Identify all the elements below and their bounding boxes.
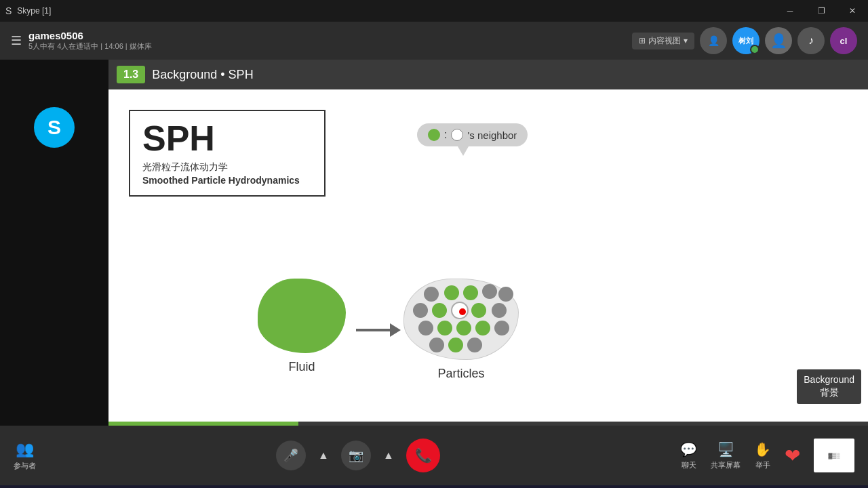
main-area: S 1.3 Background • SPH SPH 光滑粒子流体动力学 Smo… — [0, 60, 868, 426]
slide-header: 1.3 Background • SPH — [108, 60, 868, 89]
view-arrow: ▾ — [684, 36, 688, 45]
particles-cloud — [403, 279, 519, 360]
fluid-section: Fluid — [258, 279, 346, 374]
meeting-meta: 5人中有 4人在通话中 | 14:06 | 媒体库 — [28, 41, 152, 52]
sph-title: SPH — [142, 121, 312, 156]
slide-title: Background • SPH — [152, 68, 253, 82]
hamburger-icon[interactable]: ☰ — [11, 33, 22, 48]
participants-button[interactable]: 👥 参与者 — [14, 441, 36, 471]
more-button[interactable]: ❤ — [785, 445, 800, 467]
avatar-cl[interactable]: cl — [830, 27, 857, 54]
title-bar: S Skype [1] ─ ❐ ✕ — [0, 0, 868, 22]
share-screen-icon: 🖥️ — [717, 441, 734, 458]
particle-16 — [494, 321, 509, 336]
sph-english: Smoothed Particle Hydrodynamics — [142, 175, 312, 186]
bubble-white-dot — [451, 129, 463, 141]
close-button[interactable]: ✕ — [837, 0, 868, 22]
video-button[interactable]: 📷 — [341, 441, 371, 470]
particle-4 — [482, 284, 497, 299]
chat-button[interactable]: 💬 聊天 — [680, 441, 697, 470]
particles-label: Particles — [437, 367, 484, 381]
minimize-button[interactable]: ─ — [774, 0, 806, 22]
toolbar-center: 🎤 ▲ 📷 ▲ 📞 — [276, 439, 440, 472]
avatar-person-icon[interactable]: 👤 — [700, 27, 727, 54]
end-call-button[interactable]: 📞 — [406, 439, 440, 472]
fluid-blob — [258, 279, 346, 353]
share-screen-label: 共享屏幕 — [711, 460, 741, 470]
particles-section: Particles — [403, 279, 519, 381]
mute-button[interactable]: 🎤 — [276, 441, 306, 470]
taskbar-right: 英 ∧ ♪ 📶 🔋 14:06 2024/1/1 20 — [787, 485, 865, 488]
taskbar: ⊞ 🔍 🌐 📁 ▶ 🌍 ⏰ 英 ∧ ♪ 📶 🔋 14:06 2024/1/1 2… — [0, 485, 868, 488]
header-bar: ☰ games0506 5人中有 4人在通话中 | 14:06 | 媒体库 ⊞ … — [0, 22, 868, 60]
skype-logo: S — [34, 107, 75, 148]
particle-19 — [467, 338, 482, 352]
particle-11 — [492, 303, 507, 318]
bubble-text: 's neighbor — [467, 129, 517, 141]
arrow-shaft — [356, 329, 390, 331]
particle-7 — [432, 303, 447, 318]
participants-label: 参与者 — [14, 461, 36, 471]
slide-number: 1.3 — [117, 66, 145, 83]
restore-button[interactable]: ❐ — [806, 0, 837, 22]
qr-code: ▓▒░ — [814, 439, 854, 472]
avatar-photo1[interactable]: 👤 — [765, 27, 792, 54]
bottom-toolbar: 👥 参与者 🎤 ▲ 📷 ▲ 📞 💬 聊天 🖥️ 共享屏幕 ✋ 举手 ❤ ▓▒░ — [0, 426, 868, 485]
right-label: Background 背景 — [797, 369, 861, 404]
avatar-cl-label: cl — [840, 36, 848, 46]
video-arrow-button[interactable]: ▲ — [379, 446, 398, 465]
toolbar-right: 💬 聊天 🖥️ 共享屏幕 ✋ 举手 ❤ ▓▒░ — [680, 439, 854, 472]
particle-5 — [498, 287, 513, 302]
meeting-info: games0506 5人中有 4人在通话中 | 14:06 | 媒体库 — [28, 30, 152, 52]
particle-14 — [456, 321, 471, 336]
participants-icon: 👥 — [16, 441, 34, 458]
mic-arrow-button[interactable]: ▲ — [314, 446, 333, 465]
header-left: ☰ games0506 5人中有 4人在通话中 | 14:06 | 媒体库 — [11, 30, 152, 52]
particles-inner — [403, 279, 519, 360]
title-bar-title: Skype [1] — [17, 6, 51, 16]
bubble-colon: : — [444, 129, 447, 141]
right-label-english: Background — [804, 373, 854, 387]
particle-12 — [418, 321, 433, 336]
bubble-green-dot — [428, 129, 440, 141]
slide-progress-bar — [108, 422, 868, 426]
share-screen-button[interactable]: 🖥️ 共享屏幕 — [711, 441, 741, 470]
arrow-section — [356, 323, 401, 337]
fluid-label: Fluid — [288, 360, 315, 374]
sph-box: SPH 光滑粒子流体动力学 Smoothed Particle Hydrodyn… — [129, 110, 326, 197]
online-badge — [750, 45, 760, 54]
particle-1 — [424, 287, 439, 302]
particle-10 — [471, 303, 486, 318]
sph-chinese: 光滑粒子流体动力学 — [142, 161, 312, 174]
meeting-title: games0506 — [28, 30, 152, 41]
view-button[interactable]: ⊞ 内容视图 ▾ — [632, 33, 694, 49]
header-right: ⊞ 内容视图 ▾ 👤 树刘 👤 ♪ cl — [632, 27, 857, 54]
view-icon: ⊞ — [639, 36, 646, 45]
chat-icon: 💬 — [680, 441, 697, 458]
particle-2 — [444, 285, 459, 300]
particle-13 — [437, 321, 452, 336]
slide-progress-fill — [108, 422, 298, 426]
title-bar-controls: ─ ❐ ✕ — [774, 0, 868, 22]
particle-15 — [475, 321, 490, 336]
slide-content[interactable]: SPH 光滑粒子流体动力学 Smoothed Particle Hydrodyn… — [108, 89, 868, 422]
particle-18 — [448, 338, 463, 352]
particle-6 — [413, 303, 428, 318]
left-sidebar: S — [0, 60, 108, 426]
right-label-chinese: 背景 — [804, 386, 854, 400]
particle-9 — [459, 308, 466, 315]
raise-hand-label: 举手 — [755, 460, 770, 470]
presentation-wrap: 1.3 Background • SPH SPH 光滑粒子流体动力学 Smoot… — [108, 60, 868, 426]
avatar-shuliu[interactable]: 树刘 — [732, 27, 760, 54]
chat-label: 聊天 — [682, 460, 696, 470]
person-icon: 👤 — [708, 35, 719, 46]
heart-icon: ❤ — [785, 445, 800, 467]
avatar-shuliu-label: 树刘 — [738, 36, 753, 46]
view-label: 内容视图 — [648, 35, 681, 47]
particle-17 — [429, 338, 444, 352]
raise-hand-button[interactable]: ✋ 举手 — [754, 441, 771, 470]
arrow-head — [390, 323, 401, 337]
avatar-photo2[interactable]: ♪ — [797, 27, 825, 54]
particle-3 — [463, 285, 478, 300]
speech-bubble: : 's neighbor — [417, 123, 528, 146]
